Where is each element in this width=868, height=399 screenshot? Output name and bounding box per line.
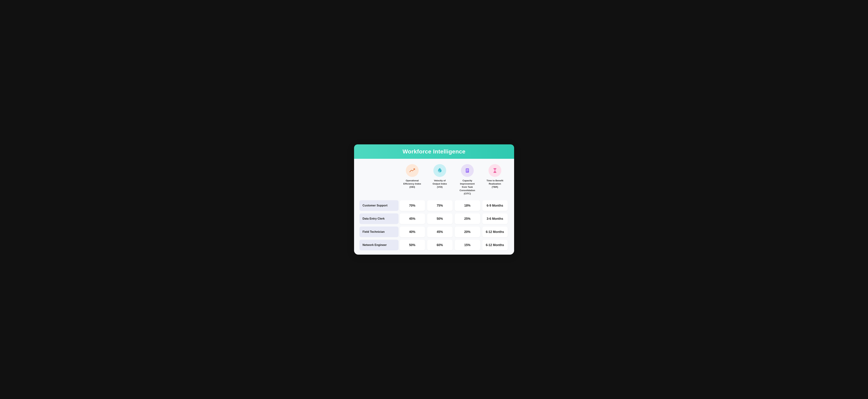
card-header: Workforce Intelligence: [354, 144, 514, 159]
tbr-icon: [492, 167, 498, 174]
role-label-data-entry-clerk: Data Entry Clerk: [360, 213, 399, 224]
oei-label: OperationalEfficiency Index(OEI): [403, 179, 421, 189]
workforce-intelligence-card: Workforce Intelligence OperationalEffici…: [354, 144, 514, 255]
citc-icon-circle: [461, 164, 474, 177]
voi-value-network-engineer: 60%: [427, 240, 453, 250]
voi-value-field-technician: 45%: [427, 226, 453, 237]
tbr-value-network-engineer: 6-12 Months: [482, 240, 508, 250]
empty-col-header: [360, 162, 399, 198]
citc-icon: [464, 167, 470, 174]
table-row: Field Technician 40% 45% 20% 6-12 Months: [360, 226, 509, 237]
table-row: Data Entry Clerk 45% 50% 25% 3-6 Months: [360, 213, 509, 224]
citc-value-network-engineer: 15%: [455, 240, 480, 250]
col-header-oei: OperationalEfficiency Index(OEI): [399, 162, 426, 198]
oei-value-field-technician: 40%: [400, 226, 425, 237]
voi-value-customer-support: 75%: [427, 200, 453, 211]
col-header-citc: Capacity Improvementfrom Task Consolidat…: [454, 162, 481, 198]
citc-value-field-technician: 20%: [455, 226, 480, 237]
col-header-tbr: Time to BenefitRealization(TBR): [481, 162, 509, 198]
oei-value-data-entry-clerk: 45%: [400, 213, 425, 224]
role-label-field-technician: Field Technician: [360, 226, 399, 237]
voi-icon-circle: [433, 164, 446, 177]
col-header-voi: Velocity ofOutput Index(VOI): [426, 162, 454, 198]
table-body: Customer Support 70% 75% 18% 6-9 Months …: [354, 198, 514, 255]
tbr-value-data-entry-clerk: 3-6 Months: [482, 213, 508, 224]
oei-icon: [409, 167, 415, 174]
voi-label: Velocity ofOutput Index(VOI): [433, 179, 447, 189]
oei-value-customer-support: 70%: [400, 200, 425, 211]
tbr-value-customer-support: 6-9 Months: [482, 200, 508, 211]
tbr-label: Time to BenefitRealization(TBR): [487, 179, 503, 189]
svg-point-0: [439, 171, 440, 172]
svg-rect-6: [494, 172, 496, 173]
tbr-value-field-technician: 6-12 Months: [482, 226, 508, 237]
oei-value-network-engineer: 50%: [400, 240, 425, 250]
tbr-icon-circle: [489, 164, 501, 177]
role-label-network-engineer: Network Engineer: [360, 240, 399, 250]
citc-value-data-entry-clerk: 25%: [455, 213, 480, 224]
svg-rect-5: [494, 168, 496, 169]
table-row: Network Engineer 50% 60% 15% 6-12 Months: [360, 240, 509, 250]
role-label-customer-support: Customer Support: [360, 200, 399, 211]
citc-value-customer-support: 18%: [455, 200, 480, 211]
voi-value-data-entry-clerk: 50%: [427, 213, 453, 224]
columns-header: OperationalEfficiency Index(OEI) Velocit…: [360, 162, 509, 198]
citc-label: Capacity Improvementfrom Task Consolidat…: [455, 179, 480, 195]
card-title: Workforce Intelligence: [403, 148, 466, 155]
voi-icon: [437, 167, 443, 174]
oei-icon-circle: [406, 164, 418, 177]
table-row: Customer Support 70% 75% 18% 6-9 Months: [360, 200, 509, 211]
